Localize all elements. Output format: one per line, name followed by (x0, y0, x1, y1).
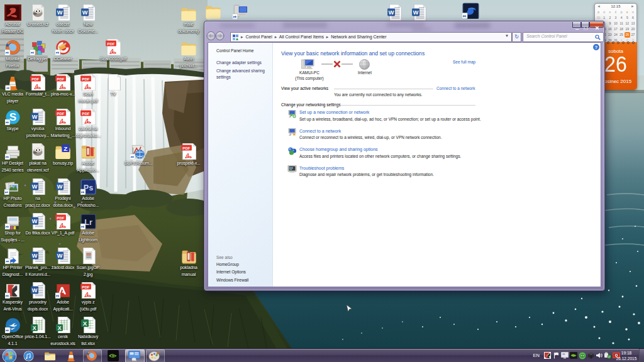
svg-text:?: ? (595, 45, 597, 50)
